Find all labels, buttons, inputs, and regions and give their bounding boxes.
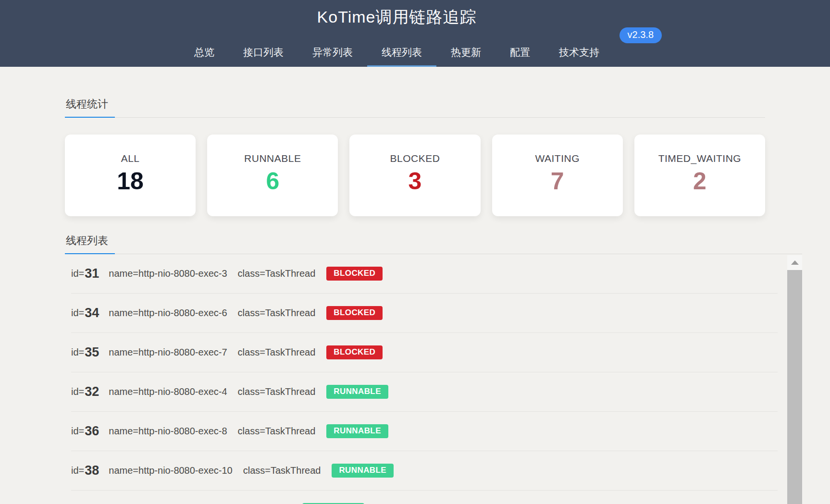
thread-name: name=http-nio-8080-exec-8 <box>109 426 227 437</box>
tab-exception-list[interactable]: 异常列表 <box>298 46 367 67</box>
main-nav: 总览 接口列表 异常列表 线程列表 热更新 配置 技术支持 v2.3.8 <box>0 46 793 67</box>
stat-card-value: 18 <box>117 169 144 193</box>
tab-config[interactable]: 配置 <box>496 46 545 67</box>
stat-card-label: ALL <box>121 153 140 164</box>
threads-section-title: 线程列表 <box>65 234 115 254</box>
thread-name: name=http-nio-8080-exec-10 <box>109 465 232 476</box>
stats-section-title: 线程统计 <box>65 97 115 118</box>
thread-state-badge: RUNNABLE <box>326 385 388 399</box>
thread-class: class=TaskThread <box>238 426 316 437</box>
stat-card-label: BLOCKED <box>390 153 440 164</box>
thread-id-value: 31 <box>85 266 99 281</box>
thread-class: class=TaskThread <box>238 268 316 279</box>
stat-card-all: ALL 18 <box>65 135 196 216</box>
tab-thread-list[interactable]: 线程列表 <box>367 46 436 67</box>
stat-cards: ALL 18 RUNNABLE 6 BLOCKED 3 WAITING 7 TI… <box>65 135 765 216</box>
main-content: 线程统计 ALL 18 RUNNABLE 6 BLOCKED 3 WAITING… <box>0 97 830 504</box>
stat-card-label: TIMED_WAITING <box>658 153 742 164</box>
tab-tech-support[interactable]: 技术支持 v2.3.8 <box>545 46 614 67</box>
thread-state-badge: BLOCKED <box>326 306 383 320</box>
stat-card-value: 2 <box>693 169 706 193</box>
thread-state-badge: BLOCKED <box>326 267 383 281</box>
thread-row: id=34 name=http-nio-8080-exec-6 class=Ta… <box>71 294 778 333</box>
thread-id-value: 32 <box>85 384 99 399</box>
tab-overview[interactable]: 总览 <box>180 46 229 67</box>
thread-id-value: 36 <box>85 424 99 439</box>
thread-row: id=31 name=http-nio-8080-exec-3 class=Ta… <box>71 254 778 294</box>
thread-row: id=39 name=http-nio-8080-Poller class=Th… <box>71 491 778 504</box>
thread-id-value: 34 <box>85 306 99 320</box>
thread-id-label: id= <box>71 307 84 319</box>
thread-id-value: 38 <box>85 463 99 478</box>
thread-id-label: id= <box>71 386 84 397</box>
thread-list-section: 线程列表 id=31 name=http-nio-8080-exec-3 cla… <box>65 234 802 504</box>
stat-card-value: 3 <box>409 169 422 193</box>
thread-name: name=http-nio-8080-exec-7 <box>109 347 227 358</box>
scroll-up-button[interactable] <box>787 255 802 270</box>
list-scrollbar[interactable] <box>787 255 802 504</box>
thread-state-badge: RUNNABLE <box>326 424 388 439</box>
thread-row: id=38 name=http-nio-8080-exec-10 class=T… <box>71 451 778 491</box>
thread-id-value: 35 <box>85 345 99 360</box>
tab-api-list[interactable]: 接口列表 <box>229 46 298 67</box>
thread-row: id=36 name=http-nio-8080-exec-8 class=Ta… <box>71 412 778 451</box>
tab-tech-support-label: 技术支持 <box>559 47 599 58</box>
thread-row: id=35 name=http-nio-8080-exec-7 class=Ta… <box>71 333 778 372</box>
stat-card-runnable: RUNNABLE 6 <box>207 135 338 216</box>
scroll-up-arrow-icon <box>791 260 799 265</box>
thread-id-label: id= <box>71 426 84 437</box>
threads-section-header: 线程列表 <box>65 234 802 254</box>
thread-class: class=TaskThread <box>238 347 316 358</box>
thread-stats-section: 线程统计 ALL 18 RUNNABLE 6 BLOCKED 3 WAITING… <box>65 97 802 216</box>
tab-hot-update[interactable]: 热更新 <box>436 46 496 67</box>
thread-class: class=TaskThread <box>243 465 321 476</box>
thread-row: id=32 name=http-nio-8080-exec-4 class=Ta… <box>71 372 778 412</box>
thread-id-label: id= <box>71 465 84 476</box>
thread-state-badge: BLOCKED <box>326 345 383 360</box>
stat-card-blocked: BLOCKED 3 <box>349 135 480 216</box>
stat-card-waiting: WAITING 7 <box>492 135 623 216</box>
stat-card-timed-waiting: TIMED_WAITING 2 <box>634 135 765 216</box>
thread-name: name=http-nio-8080-exec-6 <box>109 307 227 319</box>
thread-name: name=http-nio-8080-exec-4 <box>109 386 227 397</box>
thread-rows: id=31 name=http-nio-8080-exec-3 class=Ta… <box>65 254 802 504</box>
stat-card-label: WAITING <box>535 153 580 164</box>
thread-class: class=TaskThread <box>238 386 316 397</box>
stat-card-label: RUNNABLE <box>244 153 301 164</box>
stat-card-value: 7 <box>551 169 564 193</box>
thread-id-label: id= <box>71 268 84 279</box>
scrollbar-thumb[interactable] <box>787 270 802 504</box>
thread-class: class=TaskThread <box>238 307 316 319</box>
thread-state-badge: RUNNABLE <box>332 464 394 478</box>
app-header: KoTime调用链路追踪 总览 接口列表 异常列表 线程列表 热更新 配置 技术… <box>0 0 830 67</box>
stats-section-header: 线程统计 <box>65 97 765 118</box>
thread-name: name=http-nio-8080-exec-3 <box>109 268 227 279</box>
stat-card-value: 6 <box>266 169 279 193</box>
version-badge: v2.3.8 <box>619 27 662 43</box>
thread-list-viewport: id=31 name=http-nio-8080-exec-3 class=Ta… <box>65 254 802 504</box>
page-title: KoTime调用链路追踪 <box>0 0 793 28</box>
thread-id-label: id= <box>71 347 84 358</box>
